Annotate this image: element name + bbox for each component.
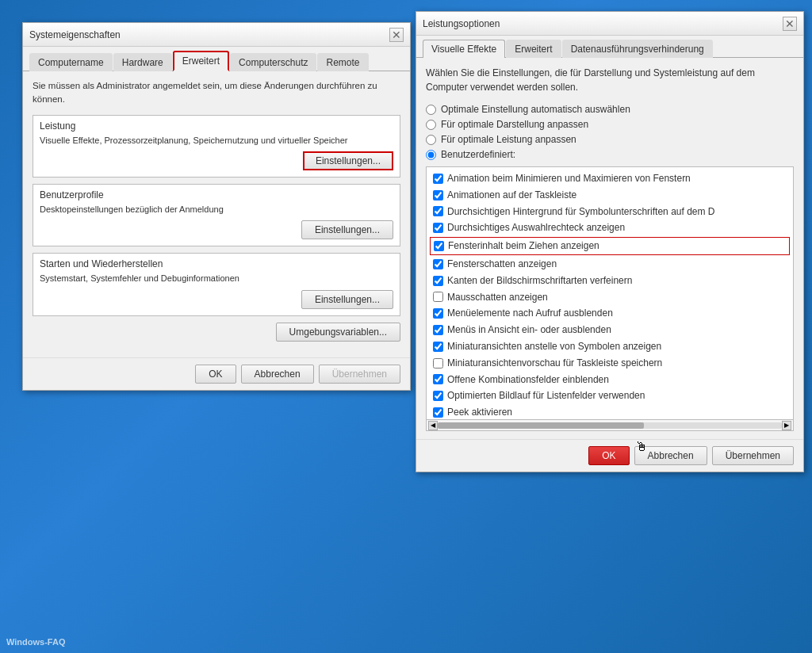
left-apply-button[interactable]: Übernehmen: [319, 365, 400, 384]
right-ok-button[interactable]: OK: [588, 446, 629, 465]
right-window-title: Leistungsoptionen: [423, 18, 500, 29]
tab-erweitert[interactable]: Erweitert: [173, 51, 229, 71]
left-ok-button[interactable]: OK: [195, 365, 236, 384]
checkbox-item-11: Miniaturansichtenvorschau für Taskleiste…: [430, 355, 790, 372]
checkbox-input-12[interactable]: [433, 374, 443, 384]
checkbox-item-12: Offene Kombinationsfelder einblenden: [430, 372, 790, 388]
starten-desc: Systemstart, Systemfehler und Debuginfor…: [40, 273, 393, 284]
checkbox-label-14: Peek aktivieren: [447, 406, 512, 419]
umgebungsvariablen-button[interactable]: Umgebungsvariablen...: [276, 323, 400, 342]
checkbox-input-4[interactable]: [434, 241, 444, 251]
left-cancel-button[interactable]: Abbrechen: [241, 365, 314, 384]
tab-visuelle-effekte[interactable]: Visuelle Effekte: [423, 40, 505, 58]
checkbox-label-1: Animationen auf der Taskleiste: [447, 189, 576, 202]
checkbox-label-9: Menüs in Ansicht ein- oder ausblenden: [447, 323, 611, 337]
tab-computerschutz[interactable]: Computerschutz: [230, 53, 316, 71]
left-tabs-bar: Computername Hardware Erweitert Computer…: [23, 47, 410, 71]
leistung-desc: Visuelle Effekte, Prozessorzeitplanung, …: [40, 135, 393, 147]
checkbox-input-6[interactable]: [433, 276, 443, 286]
checkbox-item-6: Kanten der Bildschirmschriftarten verfei…: [430, 273, 790, 289]
checkbox-item-13: Optimierten Bildlauf für Listenfelder ve…: [430, 388, 790, 404]
checkbox-label-4: Fensterinhalt beim Ziehen anzeigen: [448, 239, 599, 253]
checkbox-item-5: Fensterschatten anzeigen: [430, 256, 790, 273]
radio-auto-input[interactable]: [426, 105, 436, 115]
tab-datenfuehrung[interactable]: Datenausführungsverhinderung: [562, 40, 713, 58]
checkbox-item-1: Animationen auf der Taskleiste: [430, 187, 790, 204]
checkbox-item-2: Durchsichtigen Hintergrund für Symbolunt…: [430, 204, 790, 220]
scrollbar-track[interactable]: [438, 422, 782, 429]
checkbox-item-0: Animation beim Minimieren und Maximieren…: [430, 170, 790, 187]
benutzerprofile-section: Benutzerprofile Desktopeinstellungen bez…: [33, 184, 400, 246]
checkbox-label-10: Miniaturansichten anstelle von Symbolen …: [447, 340, 661, 353]
radio-auto-label: Optimale Einstellung automatisch auswähl…: [441, 104, 630, 115]
radio-leistung-label: Für optimale Leistung anpassen: [441, 134, 576, 145]
radio-benutzerdefiniert: Benutzerdefiniert:: [426, 149, 794, 160]
checkbox-input-3[interactable]: [433, 223, 443, 233]
checkbox-item-7: Mausschatten anzeigen: [430, 289, 790, 306]
leistung-main-desc: Wählen Sie die Einstellungen, die für Da…: [426, 66, 794, 94]
checkbox-label-11: Miniaturansichtenvorschau für Taskleiste…: [447, 357, 662, 370]
starten-einstellungen-button[interactable]: Einstellungen...: [301, 290, 393, 309]
checkbox-label-6: Kanten der Bildschirmschriftarten verfei…: [447, 274, 632, 288]
checkbox-item-10: Miniaturansichten anstelle von Symbolen …: [430, 338, 790, 355]
left-window-title: Systemeigenschaften: [29, 29, 121, 40]
right-apply-button[interactable]: Übernehmen: [712, 446, 794, 465]
left-bottom-buttons: OK Abbrechen Übernehmen: [23, 357, 410, 390]
checkbox-label-5: Fensterschatten anzeigen: [447, 258, 557, 271]
checkbox-input-7[interactable]: [433, 292, 443, 302]
radio-darstellung-input[interactable]: [426, 120, 436, 130]
checkbox-input-2[interactable]: [433, 206, 443, 216]
radio-darstellung: Für optimale Darstellung anpassen: [426, 119, 794, 130]
tab-remote[interactable]: Remote: [317, 53, 368, 71]
checkbox-item-9: Menüs in Ansicht ein- oder ausblenden: [430, 322, 790, 338]
checkbox-input-8[interactable]: [433, 308, 443, 319]
checkbox-item-3: Durchsichtiges Auswahlrechteck anzeigen: [430, 220, 790, 236]
checkbox-item-8: Menüelemente nach Aufruf ausblenden: [430, 305, 790, 322]
starten-label: Starten und Wiederherstellen: [40, 258, 393, 269]
checkbox-label-2: Durchsichtigen Hintergrund für Symbolunt…: [447, 205, 715, 219]
tab-computername[interactable]: Computername: [29, 53, 113, 71]
checkbox-input-14[interactable]: [433, 407, 443, 418]
checkbox-label-13: Optimierten Bildlauf für Listenfelder ve…: [447, 389, 645, 403]
tab-leistung-erweitert[interactable]: Erweitert: [506, 40, 561, 58]
radio-auto: Optimale Einstellung automatisch auswähl…: [426, 104, 794, 115]
checkbox-input-5[interactable]: [433, 259, 443, 269]
leistung-label: Leistung: [40, 120, 393, 132]
right-window-content: Wählen Sie die Einstellungen, die für Da…: [416, 58, 803, 439]
right-tabs-bar: Visuelle Effekte Erweitert Datenausführu…: [416, 36, 803, 58]
radio-benutzerdefiniert-input[interactable]: [426, 150, 436, 160]
benutzerprofile-label: Benutzerprofile: [40, 189, 393, 200]
left-title-bar: Systemeigenschaften ✕: [23, 23, 410, 47]
scrollbar-thumb: [438, 422, 644, 429]
right-close-button[interactable]: ✕: [783, 17, 797, 31]
checkbox-list: Animation beim Minimieren und Maximieren…: [426, 166, 794, 420]
tab-hardware[interactable]: Hardware: [113, 53, 172, 71]
radio-leistung: Für optimale Leistung anpassen: [426, 134, 794, 145]
checkbox-item-14: Peek aktivieren: [430, 404, 790, 420]
checkbox-input-13[interactable]: [433, 391, 443, 401]
checkbox-input-11[interactable]: [433, 358, 443, 369]
right-title-bar: Leistungsoptionen ✕: [416, 12, 803, 36]
radio-leistung-input[interactable]: [426, 135, 436, 145]
admin-info-text: Sie müssen als Administrator angemeldet …: [33, 79, 400, 107]
radio-benutzerdefiniert-label: Benutzerdefiniert:: [441, 149, 515, 160]
right-cancel-button[interactable]: Abbrechen: [634, 446, 707, 465]
leistung-einstellungen-button[interactable]: Einstellungen...: [303, 151, 393, 170]
left-close-button[interactable]: ✕: [389, 28, 404, 42]
checkbox-label-12: Offene Kombinationsfelder einblenden: [447, 373, 609, 387]
checkbox-input-9[interactable]: [433, 325, 443, 335]
checkbox-input-0[interactable]: [433, 174, 443, 184]
leistungsoptionen-window: Leistungsoptionen ✕ Visuelle Effekte Erw…: [416, 11, 804, 472]
right-bottom-buttons: OK 🖱 Abbrechen Übernehmen: [416, 439, 803, 472]
scroll-right-arrow[interactable]: ▶: [782, 421, 791, 430]
systemeigenschaften-window: Systemeigenschaften ✕ Computername Hardw…: [22, 22, 411, 391]
benutzerprofile-einstellungen-button[interactable]: Einstellungen...: [301, 220, 393, 239]
checkbox-input-1[interactable]: [433, 190, 443, 200]
benutzerprofile-desc: Desktopeinstellungen bezüglich der Anmel…: [40, 204, 393, 216]
scroll-left-arrow[interactable]: ◀: [428, 421, 438, 430]
leistung-section: Leistung Visuelle Effekte, Prozessorzeit…: [33, 115, 400, 178]
checkbox-label-3: Durchsichtiges Auswahlrechteck anzeigen: [447, 221, 625, 235]
checkbox-input-10[interactable]: [433, 342, 443, 352]
left-window-content: Sie müssen als Administrator angemeldet …: [23, 71, 410, 357]
checkbox-label-8: Menüelemente nach Aufruf ausblenden: [447, 307, 613, 320]
